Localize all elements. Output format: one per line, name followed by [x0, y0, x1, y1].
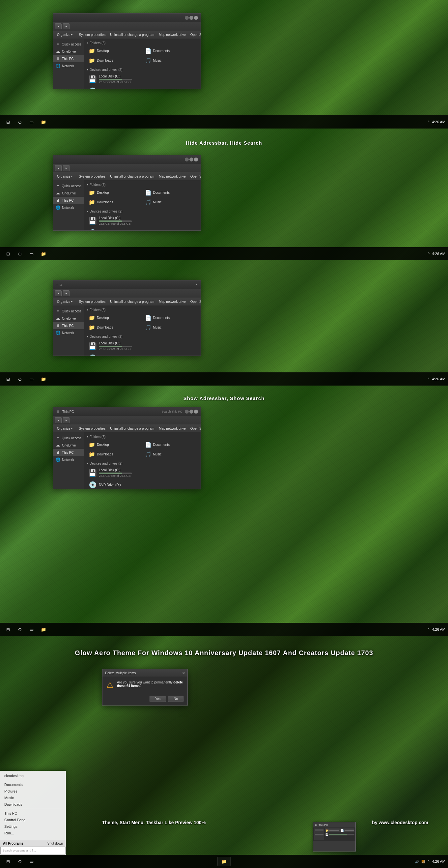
- taskbar-explorer-2b[interactable]: 📁: [38, 374, 49, 384]
- folder-documents-2a[interactable]: 📄 Documents: [143, 188, 198, 197]
- minus-btn-2b[interactable]: ─: [56, 283, 58, 286]
- uninstall-btn-3[interactable]: Uninstall or change a program: [108, 426, 156, 431]
- taskbar-search-2b[interactable]: ⊙: [14, 374, 25, 384]
- map-network-btn-2b[interactable]: Map network drive: [157, 299, 188, 304]
- start-item-cleodesktop[interactable]: cleodesktop: [0, 772, 66, 779]
- yes-btn[interactable]: Yes: [150, 696, 166, 702]
- all-programs-btn[interactable]: All Programs: [3, 842, 23, 845]
- start-btn-2a[interactable]: ⊞: [3, 248, 13, 259]
- drive-c-3[interactable]: 💾 Local Disk (C:) 22.5 GB free of 29.5 G…: [87, 467, 198, 478]
- organize-btn-1[interactable]: Organize: [55, 32, 74, 37]
- folder-documents-1[interactable]: 📄 Documents: [143, 47, 198, 55]
- forward-btn-2a[interactable]: ▸: [63, 165, 69, 171]
- close-btn-3[interactable]: [194, 410, 198, 413]
- drive-c-1[interactable]: 💾 Local Disk (C:) 22.5 GB free of 29.5 G…: [87, 73, 198, 85]
- taskbar-search-4[interactable]: ⊙: [14, 856, 25, 867]
- taskbar-explorer-2a[interactable]: 📁: [38, 248, 49, 259]
- task-view-1[interactable]: ▭: [26, 117, 37, 127]
- drive-d-3[interactable]: 💿 DVD Drive (D:): [87, 480, 198, 489]
- start-btn-2b[interactable]: ⊞: [3, 374, 13, 384]
- close-btn-2b[interactable]: ✕: [195, 283, 198, 286]
- sidebar-onedrive-3[interactable]: ☁ OneDrive: [53, 441, 84, 449]
- folder-downloads-2a[interactable]: 📁 Downloads: [87, 198, 142, 206]
- start-btn-3[interactable]: ⊞: [3, 624, 13, 635]
- task-view-2a[interactable]: ▭: [26, 248, 37, 259]
- start-item-this-pc[interactable]: This PC: [0, 810, 66, 816]
- open-settings-btn-1[interactable]: Open Settings: [188, 32, 201, 37]
- taskbar-search-1[interactable]: ⊙: [14, 117, 25, 127]
- folder-desktop-2b[interactable]: 📁 Desktop: [87, 314, 142, 322]
- map-network-btn-1[interactable]: Map network drive: [157, 32, 188, 37]
- taskbar-explorer-3[interactable]: 📁: [38, 624, 49, 635]
- sidebar-network-2a[interactable]: 🌐 Network: [53, 204, 84, 211]
- folder-documents-2b[interactable]: 📄 Documents: [143, 314, 198, 322]
- start-item-settings[interactable]: Settings: [0, 823, 66, 830]
- sidebar-network-3[interactable]: 🌐 Network: [53, 456, 84, 463]
- sidebar-this-pc-3[interactable]: 🖥 This PC: [53, 449, 84, 456]
- folder-downloads-3[interactable]: 📁 Downloads: [87, 450, 142, 458]
- taskbar-search-2a[interactable]: ⊙: [14, 248, 25, 259]
- drive-d-1[interactable]: 💿 DVD Drive (D:): [87, 86, 198, 89]
- drive-d-2a[interactable]: 💿 DVD Drive (D:): [87, 228, 198, 230]
- system-props-btn-2a[interactable]: System properties: [77, 174, 108, 179]
- start-item-music[interactable]: Music: [0, 795, 66, 801]
- square-btn-2b[interactable]: □: [60, 283, 61, 286]
- folder-music-1[interactable]: 🎵 Music: [143, 56, 198, 65]
- start-item-control-panel[interactable]: Control Panel: [0, 816, 66, 823]
- uninstall-btn-1[interactable]: Uninstall or change a program: [108, 32, 156, 37]
- folder-desktop-1[interactable]: 📁 Desktop: [87, 47, 142, 55]
- task-view-4[interactable]: ▭: [26, 856, 37, 867]
- drive-c-2a[interactable]: 💾 Local Disk (C:) 22.5 GB free of 29.5 G…: [87, 215, 198, 226]
- organize-btn-3[interactable]: Organize: [55, 426, 74, 431]
- sidebar-onedrive-2a[interactable]: ☁ OneDrive: [53, 189, 84, 197]
- close-btn-1[interactable]: [194, 16, 198, 20]
- sidebar-this-pc-2b[interactable]: 🖥 This PC: [53, 322, 84, 329]
- folder-music-3[interactable]: 🎵 Music: [143, 450, 198, 458]
- taskbar-explorer-1[interactable]: 📁: [38, 117, 49, 127]
- sidebar-network-2b[interactable]: 🌐 Network: [53, 329, 84, 337]
- sidebar-item-network-1[interactable]: 🌐 Network: [53, 62, 84, 69]
- open-settings-btn-3[interactable]: Open Settings: [188, 426, 201, 431]
- organize-btn-2b[interactable]: Organize: [55, 299, 74, 304]
- folder-music-2b[interactable]: 🎵 Music: [143, 323, 198, 332]
- maximize-btn-3[interactable]: [189, 410, 193, 413]
- forward-btn-3[interactable]: ▸: [63, 417, 69, 423]
- folder-downloads-1[interactable]: 📁 Downloads: [87, 56, 142, 65]
- sidebar-quick-access-3[interactable]: ✦ Quick access: [53, 434, 84, 441]
- sidebar-quick-access-2b[interactable]: ✦ Quick access: [53, 307, 84, 315]
- task-view-3[interactable]: ▭: [26, 624, 37, 635]
- close-btn-2a[interactable]: [194, 157, 198, 161]
- folder-documents-3[interactable]: 📄 Documents: [143, 441, 198, 449]
- start-item-downloads[interactable]: Downloads: [0, 801, 66, 808]
- start-item-documents[interactable]: Documents: [0, 781, 66, 788]
- back-btn-1[interactable]: ◂: [55, 23, 62, 29]
- sidebar-item-this-pc-1[interactable]: 🖥 This PC: [53, 55, 84, 62]
- dialog-close-btn[interactable]: ✕: [182, 671, 185, 675]
- organize-btn-2a[interactable]: Organize: [55, 174, 74, 179]
- open-settings-btn-2b[interactable]: Open Settings: [188, 299, 201, 304]
- folder-desktop-3[interactable]: 📁 Desktop: [87, 441, 142, 449]
- start-item-run[interactable]: Run...: [0, 830, 66, 836]
- folder-desktop-2a[interactable]: 📁 Desktop: [87, 188, 142, 197]
- map-network-btn-2a[interactable]: Map network drive: [157, 174, 188, 179]
- uninstall-btn-2a[interactable]: Uninstall or change a program: [108, 174, 156, 179]
- system-props-btn-2b[interactable]: System properties: [77, 299, 108, 304]
- uninstall-btn-2b[interactable]: Uninstall or change a program: [108, 299, 156, 304]
- folder-downloads-2b[interactable]: 📁 Downloads: [87, 323, 142, 332]
- drive-d-2b[interactable]: 💿 DVD Drive (D:): [87, 353, 198, 355]
- sidebar-quick-access-2a[interactable]: ✦ Quick access: [53, 182, 84, 189]
- open-settings-btn-2a[interactable]: Open Settings: [188, 174, 201, 179]
- system-props-btn-1[interactable]: System properties: [77, 32, 108, 37]
- folder-music-2a[interactable]: 🎵 Music: [143, 198, 198, 206]
- minimize-btn-3[interactable]: [185, 410, 189, 413]
- sidebar-item-onedrive-1[interactable]: ☁ OneDrive: [53, 48, 84, 55]
- back-btn-2a[interactable]: ◂: [55, 165, 62, 171]
- minimize-btn-1[interactable]: [185, 16, 189, 20]
- forward-btn-2b[interactable]: ▸: [63, 290, 69, 296]
- back-btn-2b[interactable]: ◂: [55, 290, 62, 296]
- sidebar-this-pc-2a[interactable]: 🖥 This PC: [53, 197, 84, 204]
- shutdown-btn[interactable]: Shut down: [47, 842, 63, 845]
- no-btn[interactable]: No: [168, 696, 184, 702]
- maximize-btn-1[interactable]: [189, 16, 193, 20]
- system-props-btn-3[interactable]: System properties: [77, 426, 108, 431]
